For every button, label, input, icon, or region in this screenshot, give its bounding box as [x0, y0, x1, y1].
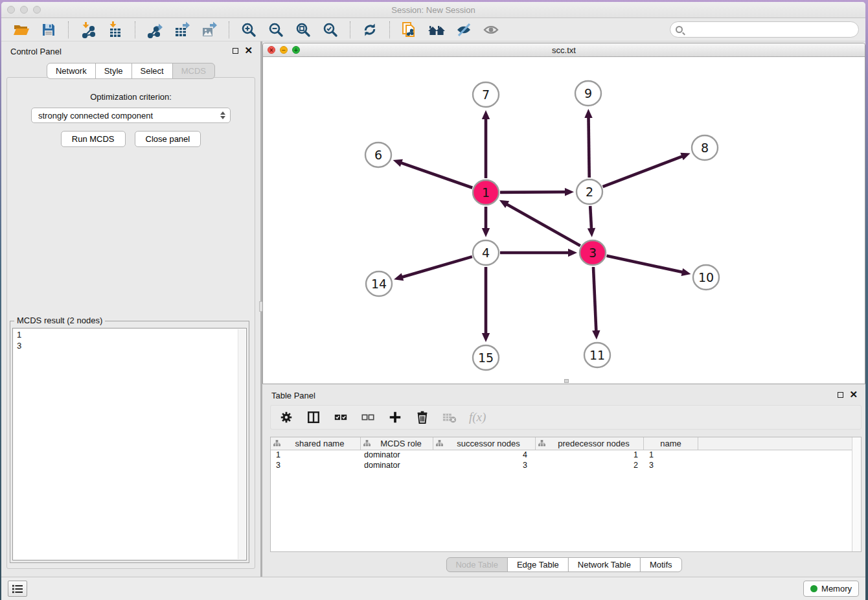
- graph-edge-2-3[interactable]: [588, 206, 595, 237]
- delete-columns-button[interactable]: [442, 410, 457, 425]
- add-button[interactable]: [387, 410, 403, 425]
- graph-node-2[interactable]: 2: [577, 179, 602, 204]
- column-header-mcds-role[interactable]: MCDS role: [361, 437, 433, 450]
- graph-node-7[interactable]: 7: [473, 82, 499, 107]
- column-header-name[interactable]: name: [644, 437, 698, 450]
- tab-motifs[interactable]: Motifs: [640, 557, 682, 572]
- apply-layout-button[interactable]: [360, 20, 380, 40]
- table-row[interactable]: 1 dominator 4 1 1: [271, 450, 861, 461]
- import-network-button[interactable]: [78, 20, 98, 40]
- show-all-button[interactable]: [481, 20, 501, 40]
- tab-mcds[interactable]: MCDS: [172, 63, 215, 79]
- graph-node-1[interactable]: 1: [473, 180, 499, 205]
- delete-button[interactable]: [415, 410, 430, 425]
- cell-successor-nodes[interactable]: 4: [433, 450, 536, 461]
- tab-network-table[interactable]: Network Table: [568, 557, 641, 572]
- zoom-selected-button[interactable]: [321, 20, 340, 40]
- network-close-button[interactable]: ×: [268, 46, 275, 54]
- graph-edge-4-14[interactable]: [394, 257, 472, 281]
- table-panel: Table Panel ✕: [262, 386, 865, 577]
- close-table-panel-icon[interactable]: ✕: [849, 391, 858, 398]
- memory-button[interactable]: Memory: [803, 581, 859, 597]
- cell-mcds-role[interactable]: dominator: [361, 461, 433, 471]
- new-network-from-selection-button[interactable]: [400, 20, 419, 40]
- tab-network[interactable]: Network: [47, 63, 96, 79]
- function-builder-button[interactable]: f(x): [469, 410, 486, 424]
- graph-node-6[interactable]: 6: [365, 143, 391, 167]
- graph-node-8[interactable]: 8: [692, 135, 718, 160]
- cell-successor-nodes[interactable]: 3: [433, 461, 536, 471]
- network-canvas[interactable]: 7968124314101511: [263, 57, 865, 384]
- toolbar-separator: [135, 21, 135, 38]
- deselect-all-button[interactable]: [360, 410, 376, 425]
- network-zoom-button[interactable]: +: [292, 46, 300, 54]
- cell-predecessor-nodes[interactable]: 2: [536, 461, 644, 471]
- column-header-predecessor-nodes[interactable]: predecessor nodes: [536, 437, 644, 450]
- network-minimize-button[interactable]: −: [280, 46, 288, 54]
- graph-node-4[interactable]: 4: [473, 240, 499, 265]
- graph-node-14[interactable]: 14: [366, 271, 392, 296]
- table-scrollbar[interactable]: [852, 437, 861, 551]
- mcds-result-text[interactable]: 1 3: [12, 328, 247, 560]
- graph-edge-1-2[interactable]: [500, 188, 574, 196]
- graph-edge-3-10[interactable]: [606, 256, 691, 276]
- desktop-background: Session: New Session: [0, 0, 868, 600]
- export-image-button[interactable]: [200, 20, 219, 40]
- window-zoom-button[interactable]: [33, 6, 41, 14]
- graph-edge-3-11[interactable]: [592, 267, 600, 340]
- zoom-out-button[interactable]: [266, 20, 286, 40]
- cell-predecessor-nodes[interactable]: 1: [536, 450, 644, 461]
- hide-selected-button[interactable]: [454, 20, 474, 40]
- float-panel-icon[interactable]: [233, 48, 238, 54]
- window-close-button[interactable]: [7, 6, 15, 14]
- open-folder-icon: [13, 22, 30, 38]
- save-session-button[interactable]: [39, 20, 58, 40]
- tab-edge-table[interactable]: Edge Table: [507, 557, 569, 572]
- search-input[interactable]: [687, 25, 853, 34]
- run-mcds-button[interactable]: Run MCDS: [61, 131, 126, 147]
- network-resize-handle[interactable]: [564, 379, 569, 383]
- graph-node-9[interactable]: 9: [575, 81, 601, 106]
- window-minimize-button[interactable]: [20, 6, 28, 14]
- graph-node-11[interactable]: 11: [584, 343, 610, 367]
- cell-name[interactable]: 1: [644, 450, 698, 461]
- float-table-panel-icon[interactable]: [838, 392, 843, 398]
- table-settings-button[interactable]: [279, 410, 294, 425]
- tab-style[interactable]: Style: [95, 63, 132, 79]
- graph-edge-3-1[interactable]: [499, 200, 580, 246]
- cell-name[interactable]: 3: [644, 461, 698, 471]
- tab-node-table[interactable]: Node Table: [446, 557, 508, 572]
- select-all-button[interactable]: [333, 410, 348, 425]
- graph-edge-1-7[interactable]: [482, 110, 490, 178]
- table-row[interactable]: 3 dominator 3 2 3: [271, 461, 861, 471]
- column-header-shared-name[interactable]: shared name: [271, 437, 361, 450]
- close-panel-button[interactable]: Close panel: [135, 131, 201, 147]
- result-scrollbar[interactable]: [238, 329, 246, 559]
- column-view-button[interactable]: [306, 410, 321, 425]
- close-panel-icon[interactable]: ✕: [244, 47, 253, 54]
- column-header-successor-nodes[interactable]: successor nodes: [433, 437, 536, 450]
- criterion-dropdown[interactable]: strongly connected component: [31, 108, 231, 123]
- graph-node-3[interactable]: 3: [580, 240, 606, 265]
- cell-shared-name[interactable]: 3: [271, 461, 361, 471]
- zoom-fit-button[interactable]: [293, 20, 313, 40]
- task-history-button[interactable]: [8, 581, 27, 597]
- graph-edge-4-3[interactable]: [500, 249, 577, 257]
- graph-node-10[interactable]: 10: [693, 265, 719, 290]
- export-table-button[interactable]: [172, 20, 192, 40]
- open-session-button[interactable]: [12, 20, 31, 40]
- import-table-button[interactable]: [106, 20, 125, 40]
- graph-node-15[interactable]: 15: [473, 345, 499, 370]
- graph-edge-1-4[interactable]: [482, 207, 490, 237]
- graph-edge-2-8[interactable]: [603, 153, 691, 187]
- cell-mcds-role[interactable]: dominator: [361, 450, 433, 461]
- zoom-in-button[interactable]: [239, 20, 258, 40]
- graph-edge-1-6[interactable]: [393, 159, 473, 188]
- first-neighbors-button[interactable]: [427, 20, 446, 40]
- table-header-row: shared name MCDS role successor nodes: [271, 437, 861, 450]
- graph-edge-4-15[interactable]: [482, 267, 490, 342]
- export-network-button[interactable]: [145, 20, 165, 40]
- tab-select[interactable]: Select: [131, 63, 173, 79]
- graph-edge-2-9[interactable]: [584, 109, 592, 178]
- cell-shared-name[interactable]: 1: [271, 450, 361, 461]
